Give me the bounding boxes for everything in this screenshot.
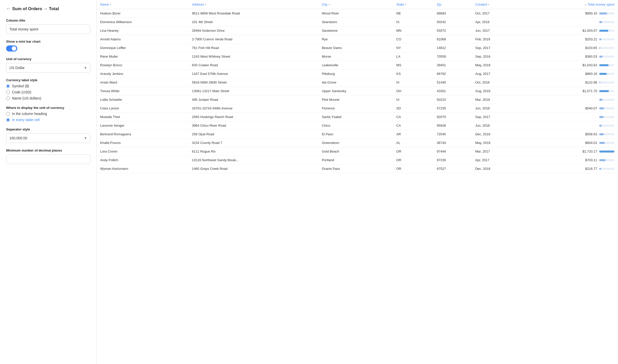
- cell-address: 2993 Hoskings Ranch Road: [188, 113, 318, 121]
- col-created[interactable]: Created ▾: [472, 0, 524, 9]
- cell-name: Ciara Larson: [97, 104, 188, 113]
- cell-name: Arely Pollich: [97, 156, 188, 164]
- col-address[interactable]: Address ▾: [188, 0, 318, 9]
- cell-created: May, 2016: [472, 139, 524, 147]
- back-link[interactable]: ← Sum of Orders → Total: [6, 6, 90, 11]
- money-bar-fill: [599, 99, 602, 101]
- cell-state: CO: [393, 35, 433, 44]
- col-zip[interactable]: Zip: [433, 0, 472, 9]
- currency-style-code[interactable]: Code (USD): [6, 90, 90, 94]
- money-bar-fill: [599, 125, 601, 127]
- cell-money: $1,071.70: [524, 87, 618, 95]
- cell-address: 3964 Chico River Road: [188, 121, 318, 130]
- col-city[interactable]: City ▾: [318, 0, 393, 9]
- display-unit-heading[interactable]: In the column heading: [6, 112, 90, 116]
- cell-created: Feb, 2019: [472, 35, 524, 44]
- cell-city: Pilot Mound: [318, 95, 393, 104]
- cell-address: 761 Fish Hill Road: [188, 44, 318, 52]
- money-bar-container: [599, 151, 614, 153]
- money-bar-fill: [599, 30, 608, 32]
- cell-city: Sandstone: [318, 26, 393, 35]
- cell-name: Rene Muller: [97, 52, 188, 61]
- money-value: $122.88: [582, 80, 597, 84]
- decimal-places-input[interactable]: [6, 154, 90, 164]
- cell-name: Tressa White: [97, 87, 188, 95]
- table-row: Domenica Williamson101 4th StreetSearsbo…: [97, 18, 618, 26]
- display-unit-cell[interactable]: In every table cell: [6, 118, 90, 122]
- money-bar-container: [599, 116, 614, 118]
- cell-state: NY: [393, 44, 433, 52]
- cell-created: May, 2018: [472, 61, 524, 70]
- cell-money: [524, 113, 618, 121]
- cell-name: Bertrand Romaguera: [97, 130, 188, 139]
- cell-city: Leakesville: [318, 61, 393, 70]
- cell-address: 9611-9809 West Rosedale Road: [188, 9, 318, 18]
- cell-created: Mar, 2018: [472, 95, 524, 104]
- cell-name: Dominique Leffler: [97, 44, 188, 52]
- cell-city: Wood River: [318, 9, 393, 18]
- cell-created: Jun, 2017: [472, 26, 524, 35]
- money-bar-container: [599, 38, 614, 40]
- sort-icon-city: ▾: [329, 3, 330, 6]
- money-bar-container: [599, 168, 614, 170]
- currency-style-group: Symbol ($) Code (USD) Name (US dollars): [6, 84, 90, 100]
- col-state[interactable]: State ▾: [393, 0, 433, 9]
- currency-unit-select[interactable]: US Dollar Euro British Pound Japanese Ye…: [6, 63, 90, 73]
- money-bar-container: [599, 56, 614, 58]
- money-bar-fill: [599, 47, 600, 49]
- cell-created: Aug, 2018: [472, 87, 524, 95]
- toggle-slider: [6, 45, 17, 52]
- cell-city: Upper Sandusky: [318, 87, 393, 95]
- cell-address: 258 Opal Road: [188, 130, 318, 139]
- back-arrow-icon: ←: [6, 6, 11, 11]
- table-row: Arnold Adams2-7900 Cuerno Verde RoadRyeC…: [97, 35, 618, 44]
- cell-name: Mustafa Thiel: [97, 113, 188, 121]
- mini-bar-label: Show a mini bar chart: [6, 40, 90, 43]
- cell-created: Dec, 2018: [472, 164, 524, 173]
- cell-money: $860.16: [524, 70, 618, 78]
- cell-money: $1,043.62: [524, 61, 618, 70]
- table-row: Lora Cronin6111 Rogue RivGold BeachOR974…: [97, 147, 618, 156]
- currency-style-name[interactable]: Name (US dollars): [6, 96, 90, 100]
- cell-name: Roselyn Bosco: [97, 61, 188, 70]
- money-value: $900.10: [582, 11, 597, 15]
- cell-zip: 66762: [433, 70, 472, 78]
- column-title-input[interactable]: [6, 24, 90, 34]
- cell-address: 6111 Rogue Riv: [188, 147, 318, 156]
- money-value: $103.65: [582, 46, 597, 50]
- cell-zip: 39451: [433, 61, 472, 70]
- money-bar-fill: [599, 64, 609, 66]
- cell-money: $103.65: [524, 44, 618, 52]
- money-bar-container: [599, 133, 614, 135]
- cell-zip: 95928: [433, 121, 472, 130]
- display-unit-label: Where to display the unit of currency: [6, 106, 90, 110]
- money-value: $1,733.17: [582, 150, 597, 153]
- col-money[interactable]: ▴ Total money spent: [524, 0, 618, 9]
- cell-money: $1,003.07: [524, 26, 618, 35]
- money-bar-container: [599, 99, 614, 101]
- cell-name: Lina Heaney: [97, 26, 188, 35]
- mini-bar-toggle[interactable]: [6, 45, 17, 52]
- cell-city: Chico: [318, 121, 393, 130]
- table-body: Hudson Borer9611-9809 West Rosedale Road…: [97, 9, 618, 173]
- currency-style-symbol[interactable]: Symbol ($): [6, 84, 90, 88]
- cell-money: $900.10: [524, 9, 618, 18]
- cell-city: Florence: [318, 104, 393, 113]
- money-value: $860.16: [582, 72, 597, 76]
- money-bar-container: [599, 73, 614, 75]
- cell-state: CA: [393, 113, 433, 121]
- cell-money: [524, 121, 618, 130]
- separator-style-select[interactable]: 100,000.00 100.000,00 100 000.00: [6, 133, 90, 143]
- cell-name: Domenica Williamson: [97, 18, 188, 26]
- separator-style-select-wrapper: 100,000.00 100.000,00 100 000.00 ▼: [6, 133, 90, 143]
- cell-address: 495 Juniper Road: [188, 95, 318, 104]
- cell-city: Searsboro: [318, 18, 393, 26]
- currency-unit-label: Unit of currency: [6, 57, 90, 61]
- col-name[interactable]: Name ▾: [97, 0, 188, 9]
- cell-city: El Paso: [318, 130, 393, 139]
- cell-city: Ida Grove: [318, 78, 393, 87]
- cell-name: Lora Cronin: [97, 147, 188, 156]
- cell-city: Portland: [318, 156, 393, 164]
- cell-zip: 43351: [433, 87, 472, 95]
- cell-name: Lavonne Senger: [97, 121, 188, 130]
